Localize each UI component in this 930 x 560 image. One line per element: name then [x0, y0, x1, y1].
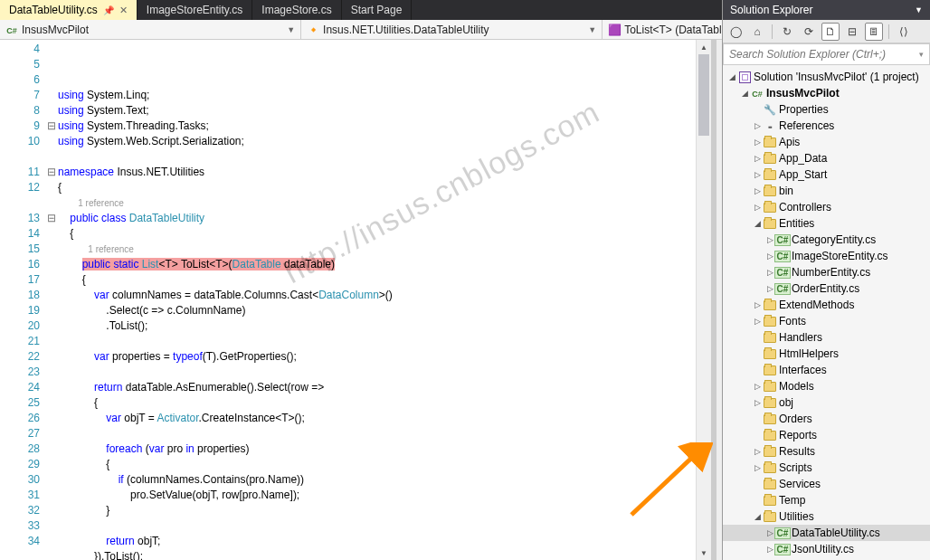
code-line[interactable]: foreach (var pro in properties) [58, 441, 696, 457]
code-line[interactable]: { [58, 395, 696, 411]
code-line[interactable] [58, 149, 696, 165]
code-line[interactable]: using System.Threading.Tasks; [58, 119, 696, 134]
expand-toggle[interactable]: ▷ [752, 317, 763, 326]
document-tab[interactable]: ImageStoreEntity.cs [138, 0, 253, 20]
expand-toggle[interactable]: ▷ [752, 138, 763, 147]
code-line[interactable]: var objT = Activator.CreateInstance<T>()… [58, 411, 696, 426]
code-line[interactable]: public class DataTableUtility [58, 211, 696, 226]
tree-node[interactable]: ▷bin [723, 183, 930, 199]
tree-node[interactable]: ◢Utilities [723, 508, 930, 525]
expand-toggle[interactable]: ▷ [752, 398, 763, 407]
expand-toggle[interactable]: ◢ [752, 219, 763, 228]
pin-icon[interactable]: 📌 [103, 5, 114, 15]
nav-project-dropdown[interactable]: InsusMvcPilot ▼ [0, 20, 301, 39]
back-button[interactable]: ◯ [726, 23, 745, 41]
fold-toggle[interactable]: ⊟ [45, 119, 58, 134]
refresh-button[interactable]: ⟳ [800, 23, 818, 41]
expand-toggle[interactable]: ▷ [752, 186, 763, 195]
tree-node[interactable]: ▷C#ImageStoreEntity.cs [723, 248, 930, 264]
code-line[interactable]: .Select(c => c.ColumnName) [58, 303, 696, 318]
tree-node[interactable]: ▷Scripts [723, 460, 930, 476]
expand-toggle[interactable]: ◢ [726, 72, 737, 81]
code-line[interactable]: var columnNames = dataTable.Columns.Cast… [58, 288, 696, 303]
code-line[interactable]: { [58, 457, 696, 472]
expand-toggle[interactable]: ▷ [752, 382, 763, 391]
tree-node[interactable]: ▷References [723, 118, 930, 134]
tree-node[interactable]: ▷App_Start [723, 166, 930, 183]
code-area[interactable]: http://insus.cnblogs.com using System.Li… [58, 40, 696, 560]
code-line[interactable]: { [58, 180, 696, 195]
document-tab[interactable]: ImageStore.cs [252, 0, 341, 20]
tree-node[interactable]: ▷C#CategoryEntity.cs [723, 232, 930, 248]
vertical-scrollbar[interactable]: ▲ ▼ [696, 40, 711, 560]
tree-node[interactable]: Orders [723, 411, 930, 427]
tree-node[interactable]: Reports [723, 427, 930, 443]
code-line[interactable] [58, 365, 696, 380]
show-all-files-button[interactable]: 🗋 [821, 23, 840, 41]
tree-node[interactable]: Services [723, 476, 930, 492]
solution-search-box[interactable]: ▾ [723, 43, 930, 65]
code-line[interactable] [58, 426, 696, 441]
preview-button[interactable]: ⟨⟩ [895, 23, 913, 41]
sync-button[interactable]: ↻ [778, 23, 796, 41]
scroll-thumb[interactable] [698, 54, 709, 136]
panel-dropdown-icon[interactable]: ▼ [915, 5, 923, 14]
tree-node[interactable]: ▷C#NumberEntity.cs [723, 264, 930, 280]
tree-node[interactable]: ▷ExtendMethods [723, 297, 930, 313]
tree-node[interactable]: ▷C#DataTableUtility.cs [723, 525, 930, 541]
tree-node[interactable]: ▷Results [723, 443, 930, 460]
tree-node[interactable]: ◢InsusMvcPilot [723, 85, 930, 101]
properties-button[interactable]: 🗏 [865, 23, 883, 41]
solution-search-input[interactable] [729, 48, 919, 61]
code-line[interactable]: using System.Linq; [58, 88, 696, 103]
code-line[interactable]: pro.SetValue(objT, row[pro.Name]); [58, 488, 696, 503]
code-line[interactable]: if (columnNames.Contains(pro.Name)) [58, 472, 696, 488]
expand-toggle[interactable]: ◢ [752, 512, 763, 521]
expand-toggle[interactable]: ▷ [752, 154, 763, 163]
fold-toggle[interactable]: ⊟ [45, 165, 58, 180]
scroll-up-icon[interactable]: ▲ [697, 40, 711, 54]
tree-node[interactable]: Handlers [723, 329, 930, 346]
tree-node[interactable]: ▷Fonts [723, 313, 930, 329]
code-line[interactable]: return objT; [58, 534, 696, 549]
collapse-all-button[interactable]: ⊟ [843, 23, 861, 41]
code-line[interactable]: { [58, 226, 696, 242]
code-line[interactable]: { [58, 272, 696, 288]
document-tab[interactable]: Start Page [342, 0, 413, 20]
tree-node[interactable]: HtmlHelpers [723, 346, 930, 362]
tree-node[interactable]: ◢Entities [723, 215, 930, 232]
tree-node[interactable]: ▷C#OrderEntity.cs [723, 280, 930, 297]
expand-toggle[interactable]: ◢ [739, 89, 750, 98]
solution-tree[interactable]: ◢Solution 'InsusMvcPilot' (1 project)◢In… [723, 65, 930, 560]
expand-toggle[interactable]: ▷ [752, 447, 763, 456]
nav-class-dropdown[interactable]: 🔸 Insus.NET.Utilities.DataTableUtility ▼ [301, 20, 603, 39]
fold-gutter[interactable]: ⊟⊟⊟⊟ [45, 40, 58, 560]
expand-toggle[interactable]: ▷ [752, 121, 763, 130]
tree-node[interactable]: ▷App_Data [723, 150, 930, 166]
scroll-down-icon[interactable]: ▼ [697, 546, 711, 560]
close-icon[interactable]: ✕ [119, 5, 128, 16]
tree-node[interactable]: ◢Solution 'InsusMvcPilot' (1 project) [723, 69, 930, 85]
editor-splitter[interactable] [711, 40, 716, 560]
code-line[interactable]: public static List<T> ToList<T>(DataTabl… [58, 257, 696, 272]
codelens-references[interactable]: 1 reference [58, 242, 696, 257]
expand-toggle[interactable]: ▷ [752, 300, 763, 309]
code-line[interactable]: namespace Insus.NET.Utilities [58, 165, 696, 180]
tree-node[interactable]: ▷Apis [723, 134, 930, 150]
fold-toggle[interactable]: ⊟ [45, 211, 58, 226]
codelens-references[interactable]: 1 reference [58, 195, 696, 211]
expand-toggle[interactable]: ▷ [752, 203, 763, 212]
tree-node[interactable]: Interfaces [723, 362, 930, 378]
code-line[interactable]: } [58, 503, 696, 518]
code-line[interactable]: using System.Web.Script.Serialization; [58, 134, 696, 149]
document-tab[interactable]: DataTableUtility.cs📌✕ [0, 0, 138, 20]
code-line[interactable] [58, 518, 696, 534]
code-line[interactable]: }).ToList(); [58, 549, 696, 560]
code-line[interactable] [58, 334, 696, 349]
tree-node[interactable]: ▷Controllers [723, 199, 930, 215]
tree-node[interactable]: ▷Models [723, 378, 930, 394]
tree-node[interactable]: Properties [723, 101, 930, 118]
code-line[interactable]: return dataTable.AsEnumerable().Select(r… [58, 380, 696, 395]
code-line[interactable]: using System.Text; [58, 103, 696, 119]
search-dropdown-icon[interactable]: ▾ [919, 50, 924, 59]
